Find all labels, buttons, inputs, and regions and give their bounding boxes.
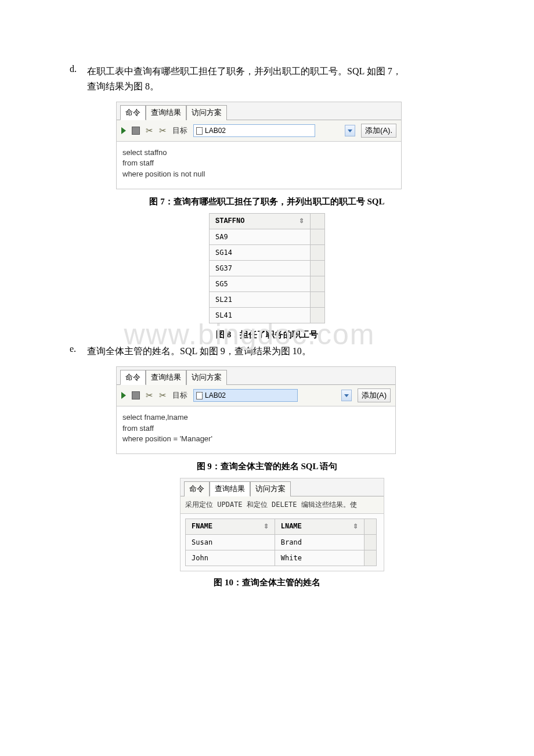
combo-dropdown-button[interactable] — [345, 125, 355, 136]
toolbar-9: ✂ ✂ 目标 LAB02 添加(A) — [117, 385, 395, 406]
caption-7: 图 7：查询有哪些职工担任了职务，并列出职工的职工号 SQL — [70, 196, 464, 207]
table10-h1[interactable]: FNAME ⇕ — [186, 519, 275, 534]
table8-cell[interactable]: SG5 — [210, 276, 311, 291]
item-text-d: 在职工表中查询有哪些职工担任了职务，并列出职工的职工号。SQL 如图 7， 查询… — [87, 64, 464, 93]
item-marker-d: d. — [70, 64, 87, 74]
caption8-prefix: 图 8： — [216, 330, 240, 339]
document-icon — [196, 127, 203, 135]
caption10-prefix: 图 10： — [214, 578, 242, 587]
run-icon[interactable] — [121, 392, 126, 399]
tab-plan[interactable]: 访问方案 — [186, 370, 227, 385]
item-d-line2: 查询结果为图 8。 — [87, 81, 159, 91]
target-combo[interactable]: LAB02 — [193, 124, 315, 137]
item-marker-e: e. — [70, 344, 87, 354]
item-d-line1: 在职工表中查询有哪些职工担任了职务，并列出职工的职工号。SQL 如图 7， — [87, 66, 402, 76]
stop-icon[interactable] — [132, 391, 140, 399]
table8-tail — [311, 291, 325, 307]
sql7-l3: where position is not null — [122, 169, 395, 179]
sql9-l1: select fname,lname — [122, 412, 389, 423]
caption7-text: 查询有哪些职工担任了职务，并列出职工的职工号 — [174, 197, 367, 206]
hint-row: 采用定位 UPDATE 和定位 DELETE 编辑这些结果。使 — [181, 496, 384, 514]
caption9-prefix: 图 9： — [197, 462, 221, 471]
table10-cell[interactable]: Susan — [186, 534, 275, 550]
tool-icon-1[interactable]: ✂ — [146, 390, 153, 401]
tab-command[interactable]: 命令 — [120, 105, 146, 120]
sql-text-7[interactable]: select staffno from staff where position… — [117, 142, 401, 189]
tab-row-7: 命令 查询结果 访问方案 — [117, 102, 401, 120]
table10-h2-text: LNAME — [281, 523, 302, 531]
table8-tail — [311, 244, 325, 260]
sort-icon[interactable]: ⇕ — [353, 523, 358, 530]
table8-cell[interactable]: SL21 — [210, 291, 311, 307]
table8-cell[interactable]: SA9 — [210, 229, 311, 244]
target-label: 目标 — [172, 390, 187, 401]
table10-header-tail — [364, 519, 376, 534]
add-button[interactable]: 添加(A) — [358, 388, 391, 402]
table10-tail — [364, 534, 376, 550]
target-value: LAB02 — [205, 391, 226, 399]
table8-cell[interactable]: SL41 — [210, 307, 311, 323]
tab-plan[interactable]: 访问方案 — [186, 105, 227, 120]
combo-dropdown-button[interactable] — [341, 390, 352, 401]
table10-cell[interactable]: Brand — [275, 534, 364, 550]
sort-icon[interactable]: ⇕ — [299, 217, 304, 225]
sql9-l2: from staff — [122, 423, 389, 434]
result-table-10: FNAME ⇕ LNAME ⇕ Susan Brand John White — [185, 519, 377, 566]
table10-tail — [364, 550, 376, 566]
list-item-e: e. 查询全体主管的姓名。SQL 如图 9，查询结果为图 10。 — [70, 344, 464, 359]
table8-wrapper: STAFFNO ⇕ SA9 SG14 SG37 SG5 SL21 SL41 ww… — [70, 213, 464, 323]
caption-9: 图 9：查询全体主管的姓名 SQL 语句 — [70, 461, 464, 472]
table8-tail — [311, 276, 325, 291]
list-item-d: d. 在职工表中查询有哪些职工担任了职务，并列出职工的职工号。SQL 如图 7，… — [70, 64, 464, 93]
toolbar-7: ✂ ✂ 目标 LAB02 添加(A). — [117, 120, 401, 142]
add-button[interactable]: 添加(A). — [361, 124, 396, 138]
table8-header[interactable]: STAFFNO ⇕ — [210, 213, 311, 229]
sql9-l3: where position = 'Manager' — [122, 434, 389, 444]
result-table-8: STAFFNO ⇕ SA9 SG14 SG37 SG5 SL21 SL41 — [209, 213, 325, 323]
tab-command[interactable]: 命令 — [120, 370, 146, 385]
tab-plan[interactable]: 访问方案 — [250, 481, 291, 496]
chevron-down-icon — [348, 129, 352, 132]
caption7-prefix: 图 7： — [149, 197, 173, 206]
tool-icon-2[interactable]: ✂ — [159, 390, 167, 401]
table10-h1-text: FNAME — [192, 523, 212, 531]
target-value: LAB02 — [205, 127, 226, 135]
target-label: 目标 — [172, 125, 187, 136]
caption-10: 图 10：查询全体主管的姓名 — [70, 577, 464, 588]
table8-cell[interactable]: SG14 — [210, 244, 311, 260]
sql-text-9[interactable]: select fname,lname from staff where posi… — [117, 406, 395, 453]
tool-icon-2[interactable]: ✂ — [159, 125, 167, 136]
item-text-e: 查询全体主管的姓名。SQL 如图 9，查询结果为图 10。 — [87, 344, 464, 359]
tab-command[interactable]: 命令 — [184, 481, 210, 496]
sql7-l2: from staff — [122, 158, 395, 168]
stop-icon[interactable] — [132, 127, 140, 135]
table10-cell[interactable]: John — [186, 550, 275, 566]
document-icon — [196, 392, 203, 399]
tab-row-10: 命令 查询结果 访问方案 — [181, 478, 384, 496]
table10-cell[interactable]: White — [275, 550, 364, 566]
target-combo[interactable]: LAB02 — [193, 389, 298, 402]
table8-header-tail — [311, 213, 325, 229]
table8-tail — [311, 260, 325, 276]
sql7-l1: select staffno — [122, 147, 395, 158]
sort-icon[interactable]: ⇕ — [264, 523, 269, 530]
table8-header-text: STAFFNO — [215, 217, 244, 225]
tool-icon-1[interactable]: ✂ — [146, 125, 153, 136]
sql-panel-7: 命令 查询结果 访问方案 ✂ ✂ 目标 LAB02 添加(A). select … — [116, 102, 402, 189]
caption9-text: 查询全体主管的姓名 — [221, 462, 301, 471]
table10-h2[interactable]: LNAME ⇕ — [275, 519, 364, 534]
tab-result[interactable]: 查询结果 — [146, 105, 186, 120]
tab-result[interactable]: 查询结果 — [210, 481, 250, 496]
caption7-suffix: SQL — [367, 197, 384, 206]
table8-tail — [311, 229, 325, 244]
run-icon[interactable] — [121, 127, 126, 134]
tab-result[interactable]: 查询结果 — [146, 370, 186, 385]
chevron-down-icon — [344, 394, 349, 397]
tab-row-9: 命令 查询结果 访问方案 — [117, 367, 395, 385]
table8-cell[interactable]: SG37 — [210, 260, 311, 276]
caption10-text: 查询全体主管的姓名 — [242, 578, 320, 587]
caption8-text: 担任了职务的职工号 — [240, 330, 318, 339]
caption9-suffix: SQL 语句 — [301, 462, 338, 471]
sql-panel-9: 命令 查询结果 访问方案 ✂ ✂ 目标 LAB02 添加(A) select f… — [116, 366, 396, 454]
table8-tail — [311, 307, 325, 323]
